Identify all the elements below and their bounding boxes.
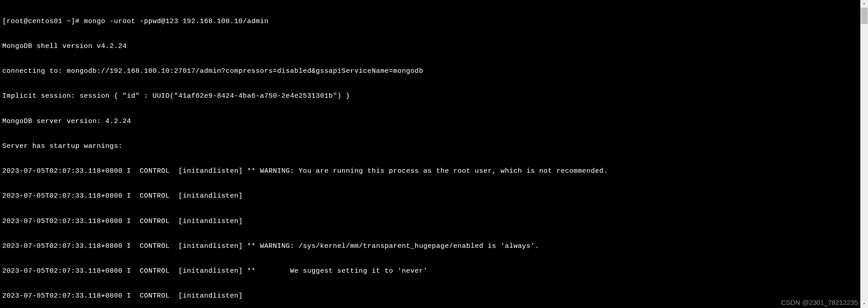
output-line: 2023-07-05T02:07:33.118+0800 I CONTROL [… <box>2 267 866 275</box>
output-line: Server has startup warnings: <box>2 142 866 151</box>
output-line: 2023-07-05T02:07:33.118+0800 I CONTROL [… <box>2 218 866 226</box>
output-line: 2023-07-05T02:07:33.118+0800 I CONTROL [… <box>2 192 866 200</box>
scroll-down-arrow-icon[interactable]: ▾ <box>860 300 868 308</box>
watermark-text: CSDN @2301_78212235 <box>781 299 858 307</box>
scroll-up-arrow-icon[interactable]: ▴ <box>860 0 868 8</box>
scrollbar-thumb[interactable] <box>861 8 868 24</box>
output-line: 2023-07-05T02:07:33.118+0800 I CONTROL [… <box>2 292 866 300</box>
output-line: MongoDB shell version v4.2.24 <box>2 43 866 51</box>
shell-command: mongo -uroot -ppwd@123 192.168.100.10/ad… <box>84 18 269 25</box>
terminal-window[interactable]: [root@centos01 ~]# mongo -uroot -ppwd@12… <box>2 1 866 308</box>
output-line: 2023-07-05T02:07:33.118+0800 I CONTROL [… <box>2 167 866 175</box>
output-line: Implicit session: session { "id" : UUID(… <box>2 92 866 100</box>
shell-prompt-line: [root@centos01 ~]# mongo -uroot -ppwd@12… <box>2 18 866 26</box>
shell-prompt: [root@centos01 ~]# <box>2 18 80 25</box>
output-line: MongoDB server version: 4.2.24 <box>2 118 866 126</box>
output-line: 2023-07-05T02:07:33.118+0800 I CONTROL [… <box>2 242 866 251</box>
scrollbar-track[interactable] <box>860 8 868 300</box>
vertical-scrollbar[interactable]: ▴ ▾ <box>860 0 868 308</box>
output-line: connecting to: mongodb://192.168.100.10:… <box>2 67 866 76</box>
